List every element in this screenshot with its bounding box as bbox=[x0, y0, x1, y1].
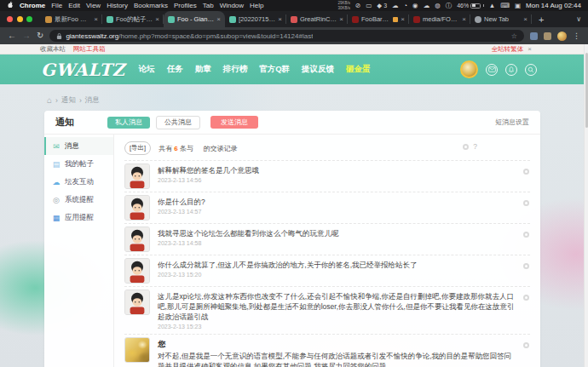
site-toolbox-link[interactable]: 网站工具箱 bbox=[73, 45, 106, 54]
sender-avatar[interactable] bbox=[124, 258, 150, 284]
menu-bookmarks[interactable]: Bookmarks bbox=[134, 2, 168, 9]
menu-file[interactable]: File bbox=[51, 2, 62, 9]
browser-tab[interactable]: FooBarz076 × bbox=[348, 11, 409, 27]
messages-icon[interactable] bbox=[486, 64, 498, 76]
back-button[interactable]: ← bbox=[8, 32, 16, 40]
apple-menu-icon[interactable] bbox=[7, 1, 14, 10]
nav-tasks[interactable]: 任务 bbox=[167, 64, 183, 75]
browser-tab-active[interactable]: Foo - Giantess × bbox=[164, 11, 225, 27]
lock-icon[interactable] bbox=[56, 28, 62, 43]
menu-tab[interactable]: Tab bbox=[203, 2, 214, 9]
new-tab-button[interactable]: + bbox=[532, 14, 551, 25]
sender-avatar[interactable] bbox=[124, 337, 150, 363]
sender-avatar[interactable] bbox=[124, 227, 150, 252]
search-icon[interactable] bbox=[525, 64, 537, 76]
browser-tab[interactable]: Foo的帖子 - Gia × bbox=[102, 11, 164, 27]
address-bar-input[interactable]: giantesswaltz.org/home.php?mod=space&do=… bbox=[49, 30, 524, 42]
browser-tab[interactable]: 最新Foo 的自留地 × bbox=[41, 11, 102, 27]
nav-feedback[interactable]: 提议反馈 bbox=[302, 64, 334, 75]
display-icon[interactable]: ▭ bbox=[366, 2, 372, 9]
message-options-icon[interactable] bbox=[523, 200, 529, 206]
message-settings-link[interactable]: 短消息设置 bbox=[495, 118, 529, 127]
menu-history[interactable]: History bbox=[107, 2, 128, 9]
keyboard-input-icon[interactable]: ⌨ bbox=[500, 2, 510, 9]
extension-icon[interactable] bbox=[544, 32, 551, 40]
nav-qq-group[interactable]: 官方Q群 bbox=[259, 64, 290, 75]
notifications-icon[interactable]: ◆ bbox=[377, 2, 382, 9]
sender-avatar[interactable] bbox=[124, 195, 150, 221]
volume-icon[interactable]: ◉ bbox=[412, 2, 418, 9]
language-toggle-icon[interactable]: × bbox=[527, 45, 532, 53]
sidebar-item-my-posts[interactable]: ▤ 我的帖子 bbox=[44, 155, 113, 173]
tab-close-icon[interactable]: × bbox=[155, 15, 159, 23]
reload-button[interactable]: ↻ bbox=[37, 32, 43, 40]
home-icon[interactable]: ⌂ bbox=[47, 96, 52, 105]
site-logo[interactable]: GWALTZ bbox=[41, 60, 125, 80]
breadcrumb-messages[interactable]: 消息 bbox=[85, 95, 100, 106]
tab-close-icon[interactable]: × bbox=[339, 15, 343, 23]
private-messages-tab[interactable]: 私人消息 bbox=[107, 117, 150, 129]
tab-close-icon[interactable]: × bbox=[523, 15, 527, 23]
menu-help[interactable]: Help bbox=[250, 2, 263, 9]
message-options-icon[interactable] bbox=[523, 169, 529, 175]
browser-tab[interactable]: GreatRinChan U × bbox=[286, 11, 348, 27]
window-zoom-button[interactable] bbox=[26, 16, 32, 22]
info-icon[interactable]: ⓘ bbox=[446, 2, 453, 10]
sender-avatar[interactable] bbox=[124, 290, 150, 315]
tab-close-icon[interactable]: × bbox=[216, 15, 221, 23]
sidebar-item-messages[interactable]: ✉ 消息 bbox=[44, 137, 113, 155]
user-switch-icon[interactable]: ▣ bbox=[515, 2, 521, 9]
cloud-icon[interactable]: ☁ bbox=[392, 2, 399, 9]
menubar-clock[interactable]: Mon 14 Aug 02:44 bbox=[526, 2, 581, 9]
notifications-bell-icon[interactable] bbox=[505, 64, 517, 76]
sidebar-item-interactions[interactable]: ☁ 坛友互动 bbox=[44, 173, 113, 191]
tab-close-icon[interactable]: × bbox=[94, 15, 98, 23]
battery-indicator[interactable]: 46% bbox=[457, 3, 484, 9]
public-messages-tab[interactable]: 公共消息 bbox=[156, 116, 200, 129]
browser-menu-icon[interactable]: ⋮ bbox=[573, 32, 580, 40]
menu-window[interactable]: Window bbox=[220, 2, 244, 9]
cloud-sync-icon[interactable]: ☁ bbox=[424, 2, 430, 9]
message-options-icon[interactable] bbox=[523, 232, 529, 238]
menu-chrome[interactable]: Chrome bbox=[20, 2, 45, 9]
breadcrumb-notifications[interactable]: 通知 bbox=[61, 95, 76, 106]
menu-profiles[interactable]: Profiles bbox=[174, 2, 197, 9]
traditional-chinese-link[interactable]: 全站转繁体 bbox=[492, 45, 524, 54]
forward-button[interactable]: → bbox=[22, 32, 31, 40]
browser-tab[interactable]: [20220715] Unt × bbox=[225, 11, 286, 27]
settings-gear-icon[interactable] bbox=[463, 144, 469, 150]
nav-medals[interactable]: 勋章 bbox=[195, 64, 211, 75]
menu-edit[interactable]: Edit bbox=[68, 2, 80, 9]
browser-tab[interactable]: media/FOge7ou × bbox=[409, 11, 470, 27]
wifi-icon[interactable]: ▲ bbox=[489, 2, 495, 9]
tab-search-icon[interactable]: ∨ bbox=[569, 15, 588, 23]
screen-sharing-icon[interactable]: ◍ bbox=[435, 2, 441, 9]
bookmark-star-icon[interactable]: ☆ bbox=[511, 32, 517, 40]
nav-ranking[interactable]: 排行榜 bbox=[223, 64, 248, 75]
sidebar-item-app-alerts[interactable]: ▦ 应用提醒 bbox=[44, 209, 113, 227]
help-icon[interactable]: ? bbox=[473, 142, 477, 151]
sender-avatar[interactable] bbox=[124, 163, 150, 189]
tab-close-icon[interactable]: × bbox=[462, 15, 466, 23]
user-avatar[interactable] bbox=[460, 60, 478, 78]
browser-tab[interactable]: New Tab × bbox=[470, 11, 532, 27]
extension-icon[interactable] bbox=[530, 32, 538, 40]
window-close-button[interactable] bbox=[7, 16, 13, 22]
do-not-disturb-icon[interactable]: ⊘ bbox=[355, 2, 360, 9]
time-machine-icon[interactable]: ◔ bbox=[404, 2, 408, 9]
nav-forum[interactable]: 论坛 bbox=[139, 64, 155, 75]
browser-profile-avatar[interactable] bbox=[557, 32, 567, 41]
nav-golden-egg[interactable]: 砸金蛋 bbox=[346, 64, 371, 75]
sidebar-item-system-alerts[interactable]: ◎ 系统提醒 bbox=[44, 191, 113, 209]
send-message-button[interactable]: 发送消息 bbox=[210, 116, 258, 129]
message-options-icon[interactable] bbox=[523, 263, 529, 269]
page-scrollbar[interactable] bbox=[584, 44, 588, 367]
tab-close-icon[interactable]: × bbox=[278, 15, 282, 23]
message-sender[interactable]: 您 bbox=[158, 339, 515, 350]
window-minimize-button[interactable] bbox=[17, 16, 23, 22]
tab-close-icon[interactable]: × bbox=[401, 15, 405, 23]
favorite-site-link[interactable]: 收藏本站 bbox=[40, 45, 66, 54]
export-button[interactable]: [导出] bbox=[124, 141, 151, 155]
message-options-icon[interactable] bbox=[523, 295, 529, 301]
menu-view[interactable]: View bbox=[86, 2, 101, 9]
